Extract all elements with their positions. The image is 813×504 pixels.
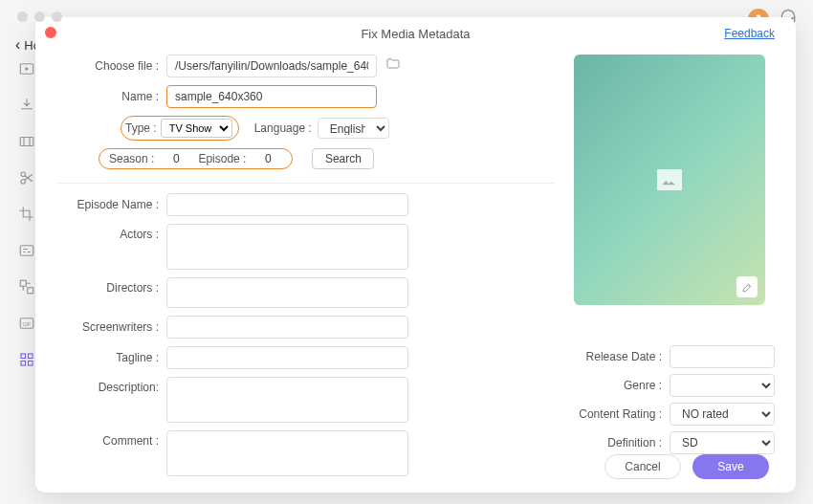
release-date-input[interactable] [670,345,775,368]
description-input[interactable] [166,377,408,423]
svg-rect-4 [20,246,33,256]
poster-preview [574,55,765,305]
window-close-dot[interactable] [17,11,28,22]
episode-value[interactable]: 0 [253,152,282,165]
description-label: Description: [56,377,166,394]
svg-rect-1 [20,138,33,146]
fix-metadata-modal: Fix Media Metadata Feedback Choose file … [35,17,796,493]
episode-name-input[interactable] [166,193,408,216]
tagline-label: Tagline : [56,351,166,364]
tagline-input[interactable] [166,346,408,369]
type-highlight: Type : TV Shows [121,116,239,141]
type-label: Type : [125,121,157,135]
svg-rect-12 [29,362,33,366]
content-rating-select[interactable]: NO rated [670,403,775,426]
search-button[interactable]: Search [312,148,374,169]
svg-rect-9 [21,354,26,359]
language-select[interactable]: English [318,118,389,139]
cancel-button[interactable]: Cancel [604,454,681,479]
screenwriters-input[interactable] [166,316,408,339]
choose-file-label: Choose file : [56,59,166,73]
release-date-label: Release Date : [574,350,670,363]
poster-placeholder-icon [657,169,682,190]
season-value[interactable]: 0 [162,152,190,165]
definition-select[interactable]: SD [670,431,775,454]
season-episode-highlight: Season : 0 Episode : 0 [99,148,293,169]
language-label: Language : [254,121,312,135]
form-right: Release Date : Genre : Content Rating : … [574,55,775,484]
season-label: Season : [109,152,154,165]
actors-input[interactable] [166,224,408,270]
modal-footer: Cancel Save [604,454,769,479]
window-maximize-dot[interactable] [52,11,62,22]
modal-title: Fix Media Metadata [35,17,796,41]
directors-label: Directors : [56,277,166,295]
genre-label: Genre : [574,379,670,392]
content-rating-label: Content Rating : [574,407,670,421]
svg-rect-6 [28,288,33,294]
directors-input[interactable] [166,277,408,308]
svg-rect-10 [29,354,33,359]
svg-text:GIF: GIF [23,321,32,327]
poster-edit-button[interactable] [736,276,758,297]
browse-folder-icon[interactable] [385,56,402,76]
save-button[interactable]: Save [692,454,769,479]
genre-select[interactable] [670,374,775,397]
svg-rect-5 [20,280,26,286]
episode-label: Episode : [198,152,246,165]
modal-close-button[interactable] [45,27,56,38]
name-label: Name : [56,90,166,103]
screenwriters-label: Screenwriters : [56,320,166,334]
feedback-link[interactable]: Feedback [724,27,775,40]
choose-file-input[interactable] [166,55,377,77]
name-input[interactable] [166,85,377,108]
episode-name-label: Episode Name : [56,198,166,211]
form-left: Choose file : Name : Type : TV Shows Lan… [56,55,555,484]
comment-label: Comment : [56,430,166,448]
window-controls [17,11,62,22]
definition-label: Definition : [574,436,670,449]
window-minimize-dot[interactable] [34,11,45,22]
svg-rect-11 [21,362,26,366]
actors-label: Actors : [56,224,166,241]
type-select[interactable]: TV Shows [161,119,232,138]
comment-input[interactable] [166,430,408,476]
divider [56,183,555,184]
